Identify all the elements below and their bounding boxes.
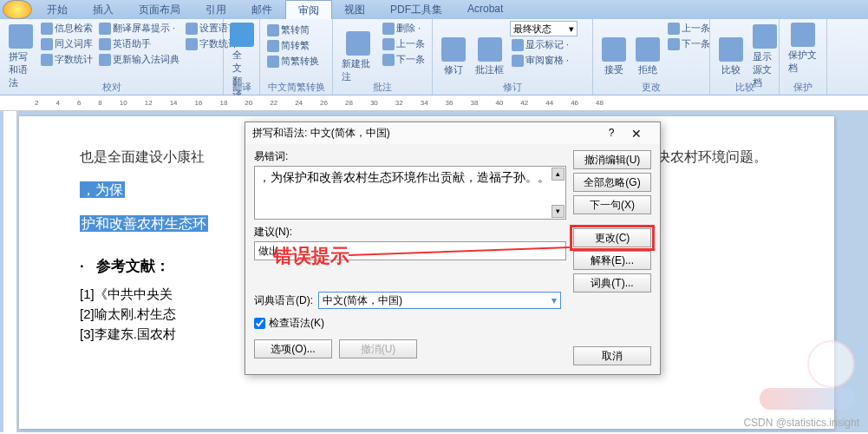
tab-layout[interactable]: 页面布局 — [127, 0, 193, 19]
tab-review[interactable]: 审阅 — [285, 0, 332, 19]
ribbon-tabs: 开始 插入 页面布局 引用 邮件 审阅 视图 PDF工具集 Acrobat — [0, 0, 868, 19]
translate-tip-button[interactable]: 翻译屏幕提示 · — [97, 21, 181, 36]
office-button[interactable] — [3, 0, 32, 19]
next-sentence-button[interactable]: 下一句(X) — [573, 195, 651, 214]
dictionary-button[interactable]: 词典(T)... — [573, 273, 651, 293]
scroll-down-icon[interactable]: ▾ — [551, 205, 565, 218]
display-mode-dropdown[interactable]: 最终状态▾ — [510, 21, 578, 36]
protect-button[interactable]: 保护文档 — [785, 21, 821, 76]
delete-comment-button[interactable]: 删除 · — [381, 21, 427, 36]
dialog-title-text: 拼写和语法: 中文(简体，中国) — [252, 126, 390, 141]
chevron-down-icon: ▾ — [569, 23, 574, 35]
ignore-all-button[interactable]: 全部忽略(G) — [573, 173, 651, 192]
group-compare-title: 比较 — [710, 81, 779, 94]
convert-button[interactable]: 简繁转换 — [265, 54, 327, 69]
show-markup-button[interactable]: 显示标记 · — [510, 37, 578, 52]
thesaurus-button[interactable]: 同义词库 — [39, 36, 95, 51]
close-button[interactable]: ✕ — [620, 127, 653, 141]
lang-label: 词典语言(D): — [254, 293, 313, 308]
selected-text-1: ，为保 — [80, 181, 125, 198]
research-button[interactable]: 信息检索 — [39, 21, 95, 36]
next-comment-button[interactable]: 下一条 — [381, 52, 427, 67]
wordcount-button[interactable]: 字数统计 — [39, 52, 95, 67]
explain-button[interactable]: 解释(E)... — [573, 251, 651, 270]
change-button[interactable]: 更改(C) — [573, 228, 651, 247]
check-grammar-label: 检查语法(K) — [269, 316, 324, 331]
group-translate-title: 翻译 — [224, 81, 259, 94]
check-grammar-checkbox[interactable] — [254, 318, 265, 329]
tab-references[interactable]: 引用 — [193, 0, 239, 19]
group-changes-title: 更改 — [593, 81, 709, 94]
english-assist-button[interactable]: 英语助手 — [97, 36, 181, 51]
cancel-button[interactable]: 取消 — [573, 346, 651, 365]
decorative-cartoon — [760, 340, 864, 410]
next-change-button[interactable]: 下一条 — [666, 36, 712, 51]
group-proofing-title: 校对 — [0, 81, 223, 94]
tab-pdf[interactable]: PDF工具集 — [378, 0, 455, 19]
ribbon: 拼写和语法 信息检索 同义词库 字数统计 翻译屏幕提示 · 英语助手 更新输入法… — [0, 19, 868, 95]
group-chinese-title: 中文简繁转换 — [260, 81, 332, 94]
error-annotation: 错误提示 — [273, 243, 349, 269]
trad-to-simp-button[interactable]: 繁转简 — [265, 23, 327, 37]
selected-text-2: 护和改善农村生态环 — [80, 215, 208, 232]
tab-home[interactable]: 开始 — [35, 0, 81, 19]
watermark: CSDN @statistics.insight — [743, 417, 859, 429]
group-comments-title: 批注 — [333, 81, 432, 94]
review-pane-button[interactable]: 审阅窗格 · — [510, 53, 578, 68]
tab-acrobat[interactable]: Acrobat — [455, 0, 516, 19]
vertical-ruler[interactable] — [3, 111, 17, 432]
prev-comment-button[interactable]: 上一条 — [381, 36, 427, 51]
tab-mailings[interactable]: 邮件 — [239, 0, 285, 19]
undo-button: 撤消(U) — [339, 339, 417, 358]
group-tracking-title: 修订 — [433, 81, 592, 94]
group-protect-title: 保护 — [780, 81, 826, 94]
error-textbox[interactable]: ，为保护和改善农村生态环境作出贡献，造福子孙。。 ▴ ▾ — [254, 166, 566, 220]
dialog-titlebar[interactable]: 拼写和语法: 中文(简体，中国) ? ✕ — [245, 122, 660, 144]
tab-view[interactable]: 视图 — [332, 0, 378, 19]
scroll-up-icon[interactable]: ▴ — [551, 168, 565, 181]
language-dropdown[interactable]: 中文(简体，中国)▾ — [318, 292, 561, 309]
tab-insert[interactable]: 插入 — [81, 0, 127, 19]
undo-edit-button[interactable]: 撤消编辑(U) — [573, 150, 651, 169]
help-button[interactable]: ? — [603, 127, 620, 141]
prev-change-button[interactable]: 上一条 — [666, 21, 712, 36]
horizontal-ruler[interactable]: 2468101214161820222426283032343638404244… — [0, 95, 868, 111]
ime-update-button[interactable]: 更新输入法词典 — [97, 52, 181, 67]
options-button[interactable]: 选项(O)... — [254, 339, 332, 358]
chevron-down-icon: ▾ — [551, 294, 557, 306]
simp-to-trad-button[interactable]: 简转繁 — [265, 38, 327, 53]
